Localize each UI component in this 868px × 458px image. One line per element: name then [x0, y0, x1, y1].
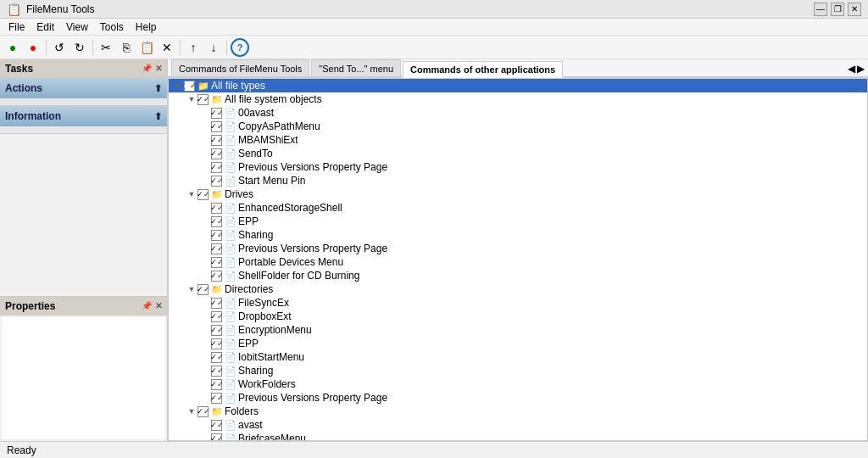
tree-item-label: Previous Versions Property Page	[238, 161, 387, 173]
tree-item[interactable]: ▼✓📁Directories	[169, 282, 867, 296]
tree-item[interactable]: ✓📄DropboxExt	[169, 310, 867, 323]
tree-item-checkbox[interactable]: ✓	[211, 176, 222, 187]
toolbar-btn-move-down[interactable]: ↓	[204, 38, 223, 57]
toolbar-btn-cut[interactable]: ✂	[97, 38, 115, 57]
properties-panel-pin-icon[interactable]: 📌	[142, 301, 152, 310]
tree-item-checkbox[interactable]: ✓	[211, 162, 222, 173]
tree-item-checkbox[interactable]: ✓	[211, 379, 222, 390]
tree-item[interactable]: ✓📄EPP	[169, 215, 867, 228]
toolbar-btn-move-up[interactable]: ↑	[184, 38, 203, 57]
actions-header[interactable]: Actions ⬆	[0, 78, 167, 98]
tree-item-checkbox[interactable]: ✓	[211, 271, 222, 282]
tree-item[interactable]: ✓📄CopyAsPathMenu	[169, 120, 867, 133]
tree-item-label: Start Menu Pin	[238, 175, 305, 187]
tree-item[interactable]: ✓📄avast	[169, 418, 867, 432]
tree-item-checkbox[interactable]: ✓	[211, 203, 222, 214]
file-icon: 📄	[225, 325, 236, 336]
properties-panel-header: Properties 📌 ✕	[0, 297, 167, 316]
tree-item[interactable]: ▼✓📁All file system objects	[169, 92, 867, 106]
tree-item-checkbox[interactable]: ✓	[211, 352, 222, 363]
tab-send-to-menu[interactable]: "Send To..." menu	[311, 59, 401, 76]
file-icon: 📄	[225, 352, 236, 363]
tree-item[interactable]: ✓📄00avast	[169, 106, 867, 120]
menu-file[interactable]: File	[3, 20, 30, 35]
tree-item[interactable]: ✓📄EncryptionMenu	[169, 323, 867, 337]
tree-item-checkbox[interactable]: ✓	[198, 406, 209, 417]
folder-icon: 📁	[198, 81, 209, 92]
tree-item[interactable]: ✓📄WorkFolders	[169, 377, 867, 391]
tree-item-checkbox[interactable]: ✓	[211, 420, 222, 431]
menu-edit[interactable]: Edit	[31, 20, 59, 35]
toolbar-btn-redo[interactable]: ↻	[70, 38, 89, 57]
tree-item[interactable]: ✓📄ShellFolder for CD Burning	[169, 269, 867, 282]
information-label: Information	[5, 110, 61, 122]
tab-commands-filemenu[interactable]: Commands of FileMenu Tools	[171, 59, 309, 76]
tree-item[interactable]: ✓📄BriefcaseMenu	[169, 432, 867, 441]
toolbar-btn-paste[interactable]: 📋	[137, 38, 156, 57]
file-icon: 📄	[225, 257, 236, 268]
tree-item[interactable]: ▼✓📁Folders	[169, 405, 867, 418]
tab-bar-right-icon[interactable]: ▶	[857, 63, 865, 75]
tree-item[interactable]: ✓📄MBAMShiExt	[169, 133, 867, 147]
close-button[interactable]: ✕	[848, 3, 861, 16]
tree-item-label: Directories	[225, 283, 273, 295]
tree-item-checkbox[interactable]: ✓	[211, 135, 222, 146]
tabs: Commands of FileMenu Tools "Send To..." …	[171, 59, 565, 76]
tree-item[interactable]: ✓📄EnhancedStorageShell	[169, 201, 867, 215]
tab-commands-other-apps[interactable]: Commands of other applications	[403, 61, 563, 78]
tree-item-checkbox[interactable]: ✓	[211, 338, 222, 349]
toolbar-btn-copy[interactable]: ⎘	[117, 38, 136, 57]
menu-tools[interactable]: Tools	[95, 20, 129, 35]
app-title: FileMenu Tools	[26, 3, 94, 15]
toolbar-btn-undo[interactable]: ↺	[50, 38, 69, 57]
tree-item-checkbox[interactable]: ✓	[211, 121, 222, 132]
tree-item[interactable]: ▼✓📁Drives	[169, 187, 867, 201]
maximize-button[interactable]: ❐	[831, 3, 844, 16]
tab-bar-left-icon[interactable]: ◀	[848, 63, 855, 75]
properties-panel-close-icon[interactable]: ✕	[155, 301, 162, 310]
file-icon: 📄	[225, 162, 236, 173]
tree-item[interactable]: ✓📄Sharing	[169, 228, 867, 242]
tree-item-checkbox[interactable]: ✓	[211, 230, 222, 241]
tree-item[interactable]: ✓📄EPP	[169, 337, 867, 350]
toolbar-btn-close[interactable]: ●	[24, 38, 42, 57]
tree-item-checkbox[interactable]: ✓	[211, 108, 222, 119]
tree-item-checkbox[interactable]: ✓	[198, 189, 209, 200]
tasks-panel: Tasks 📌 ✕ Actions ⬆ Information	[0, 59, 167, 297]
tree-item-checkbox[interactable]: ✓	[211, 311, 222, 322]
tree-item[interactable]: ✓📄Start Menu Pin	[169, 174, 867, 187]
information-header[interactable]: Information ⬆	[0, 106, 167, 126]
tree-item-checkbox[interactable]: ✓	[211, 393, 222, 404]
tasks-panel-close-icon[interactable]: ✕	[155, 64, 162, 73]
tree-item[interactable]: ✓📄FileSyncEx	[169, 296, 867, 310]
minimize-button[interactable]: —	[814, 3, 827, 16]
tree-item-checkbox[interactable]: ✓	[211, 433, 222, 442]
tree-item-checkbox[interactable]: ✓	[198, 94, 209, 105]
tasks-panel-pin-icon[interactable]: 📌	[142, 64, 152, 73]
tree-item-checkbox[interactable]: ✓	[184, 81, 195, 92]
file-icon: 📄	[225, 379, 236, 390]
toolbar-btn-help[interactable]: ?	[231, 38, 249, 57]
tree-item[interactable]: ✓📄Previous Versions Property Page	[169, 160, 867, 174]
tree-item-checkbox[interactable]: ✓	[211, 148, 222, 159]
tree-item[interactable]: ✓📄Portable Devices Menu	[169, 255, 867, 269]
tree-item[interactable]: ✓📄Previous Versions Property Page	[169, 242, 867, 255]
tree-item-checkbox[interactable]: ✓	[211, 298, 222, 309]
tree-item-checkbox[interactable]: ✓	[211, 243, 222, 254]
tasks-label: Tasks	[5, 63, 33, 75]
tree-item-checkbox[interactable]: ✓	[211, 216, 222, 227]
tree-item[interactable]: ✓📄IobitStartMenu	[169, 350, 867, 364]
tree-item-checkbox[interactable]: ✓	[211, 325, 222, 336]
tree-item-checkbox[interactable]: ✓	[211, 257, 222, 268]
tree-item-checkbox[interactable]: ✓	[211, 366, 222, 377]
toolbar-btn-delete[interactable]: ✕	[158, 38, 176, 57]
tree-item[interactable]: ✓📄Sharing	[169, 364, 867, 377]
tree-item-checkbox[interactable]: ✓	[198, 284, 209, 295]
tree-item[interactable]: ✓📄SendTo	[169, 147, 867, 160]
tree-container[interactable]: ▼✓📁All file types▼✓📁All file system obje…	[168, 78, 868, 441]
tree-item[interactable]: ▼✓📁All file types	[169, 79, 867, 92]
toolbar-btn-open[interactable]: ●	[3, 38, 22, 57]
menu-view[interactable]: View	[61, 20, 93, 35]
menu-help[interactable]: Help	[131, 20, 162, 35]
tree-item[interactable]: ✓📄Previous Versions Property Page	[169, 391, 867, 405]
